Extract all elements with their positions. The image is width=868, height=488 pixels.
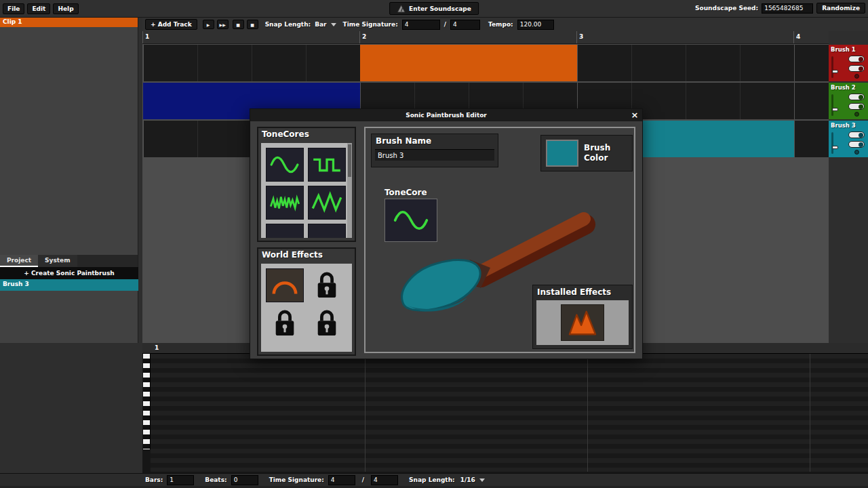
- piano-ruler-mark: 1: [155, 344, 159, 351]
- brush-name-group: Brush Name: [371, 134, 498, 167]
- record-arm-led[interactable]: [854, 112, 859, 117]
- enter-soundscape-label: Enter Soundscape: [409, 5, 471, 12]
- status-snap-length-value[interactable]: 1/16: [460, 476, 475, 483]
- stop-button[interactable]: ■: [233, 20, 244, 29]
- tempo-input[interactable]: [517, 20, 554, 30]
- track-header-brush-1[interactable]: Brush 1: [829, 45, 868, 81]
- solo-toggle[interactable]: [848, 65, 865, 72]
- enter-soundscape-button[interactable]: Enter Soundscape: [389, 2, 479, 15]
- beats-label: Beats:: [205, 476, 226, 483]
- tonecore-tile-square[interactable]: [308, 148, 346, 182]
- slider-knob[interactable]: [832, 146, 838, 149]
- time-signature-numerator-input[interactable]: [402, 20, 440, 30]
- time-signature-denominator-input[interactable]: [450, 20, 480, 30]
- chevron-down-icon[interactable]: [479, 479, 485, 482]
- status-time-signature-denominator-input[interactable]: [371, 475, 398, 485]
- tonecores-list[interactable]: [261, 143, 352, 238]
- world-effect-tile-locked[interactable]: [266, 306, 304, 340]
- slider-knob[interactable]: [832, 108, 838, 111]
- add-track-button[interactable]: + Add Track: [145, 19, 197, 30]
- installed-effect-tile[interactable]: [561, 304, 604, 341]
- brush-color-swatch[interactable]: [546, 140, 578, 167]
- installed-effects-list[interactable]: [536, 300, 629, 345]
- mute-toggle[interactable]: [848, 56, 865, 62]
- tonecore-tile[interactable]: [308, 224, 346, 238]
- tonecore-tile-noise[interactable]: [266, 186, 304, 220]
- track-header-brush-2[interactable]: Brush 2: [829, 83, 868, 119]
- ruler-mark-3: 3: [579, 33, 583, 40]
- clip-header[interactable]: Clip 1: [0, 18, 138, 27]
- status-time-signature-numerator-input[interactable]: [328, 475, 355, 485]
- note-grid[interactable]: [151, 354, 868, 472]
- close-icon[interactable]: ×: [629, 109, 640, 121]
- slider-knob[interactable]: [832, 70, 838, 73]
- bars-input[interactable]: [167, 475, 194, 485]
- ruler-mark-1: 1: [145, 33, 149, 40]
- browser-panel: [0, 291, 138, 343]
- audio-clip[interactable]: [360, 45, 577, 81]
- timeline-ruler[interactable]: 1 2 3 4: [142, 31, 829, 44]
- tonecores-header: ToneCores: [258, 128, 355, 140]
- world-effects-header: World Effects: [258, 249, 355, 261]
- menu-edit[interactable]: Edit: [27, 3, 50, 14]
- status-time-signature-separator: /: [362, 476, 364, 483]
- mute-toggle[interactable]: [848, 94, 865, 100]
- piano-roll[interactable]: 1: [142, 343, 868, 473]
- volume-slider[interactable]: [831, 56, 833, 78]
- solo-toggle[interactable]: [848, 141, 865, 148]
- tonecore-tile[interactable]: [266, 224, 304, 238]
- soundscape-seed-label: Soundscape Seed:: [695, 5, 758, 12]
- track-lane-1[interactable]: [143, 45, 829, 81]
- world-effect-tile-arch[interactable]: [266, 268, 304, 302]
- top-menu-bar: File Edit Help Enter Soundscape Soundsca…: [0, 0, 868, 18]
- tonecore-tile-triangle[interactable]: [308, 186, 346, 220]
- record-arm-led[interactable]: [854, 150, 859, 155]
- mute-toggle[interactable]: [848, 131, 865, 138]
- time-signature-label: Time Signature:: [343, 21, 398, 28]
- metronome-icon: [397, 5, 406, 13]
- toggle-knob: [859, 133, 863, 138]
- world-effect-tile-locked[interactable]: [308, 306, 346, 340]
- tab-project[interactable]: Project: [0, 255, 38, 267]
- soundscape-seed-input[interactable]: [762, 3, 813, 14]
- tonecores-panel: ToneCores: [257, 127, 356, 242]
- brush-list-item[interactable]: Brush 3: [0, 279, 138, 291]
- volume-slider[interactable]: [831, 94, 833, 116]
- menu-file[interactable]: File: [3, 3, 24, 14]
- menu-help[interactable]: Help: [53, 3, 78, 14]
- brush-name-input[interactable]: [375, 149, 494, 161]
- toggle-knob: [859, 95, 863, 100]
- tab-system[interactable]: System: [38, 255, 77, 267]
- tonecore-tile-sine[interactable]: [266, 148, 304, 182]
- dialog-title-bar[interactable]: Sonic Paintbrush Editor ×: [250, 109, 642, 121]
- beats-input[interactable]: [231, 475, 258, 485]
- world-effect-tile-locked[interactable]: [308, 268, 346, 302]
- record-arm-led[interactable]: [854, 74, 859, 79]
- scrollbar[interactable]: [347, 143, 352, 238]
- chevron-down-icon[interactable]: [331, 23, 336, 26]
- snap-length-value[interactable]: Bar: [315, 21, 326, 28]
- skip-forward-button[interactable]: ▶▶: [217, 20, 229, 29]
- ruler-mark-2: 2: [362, 33, 366, 40]
- piano-keys[interactable]: [143, 354, 151, 449]
- bar-line: [365, 354, 366, 472]
- brush-name-header: Brush Name: [372, 134, 498, 148]
- play-button[interactable]: ▶: [203, 20, 214, 29]
- scrollbar-thumb[interactable]: [348, 144, 351, 177]
- track-header-brush-3[interactable]: Brush 3: [829, 121, 868, 157]
- volume-slider[interactable]: [831, 132, 833, 154]
- status-snap-length-label: Snap Length:: [409, 476, 455, 483]
- tonecore-selected-label: ToneCore: [384, 188, 427, 197]
- world-effects-list[interactable]: [261, 264, 352, 352]
- brush-editor-panel: Brush Name Brush Color ToneCore: [364, 127, 635, 353]
- record-button[interactable]: ■: [247, 20, 258, 29]
- create-sonic-paintbrush-button[interactable]: + Create Sonic Paintbrush: [0, 267, 138, 279]
- randomize-button[interactable]: Randomize: [816, 3, 865, 14]
- solo-toggle[interactable]: [848, 103, 865, 110]
- track-name: Brush 1: [829, 45, 868, 54]
- world-effects-panel: World Effects: [257, 247, 356, 356]
- toggle-knob: [859, 142, 863, 147]
- ruler-mark-4: 4: [796, 33, 800, 40]
- installed-effects-group: Installed Effects: [532, 285, 633, 349]
- bar-line: [576, 31, 577, 43]
